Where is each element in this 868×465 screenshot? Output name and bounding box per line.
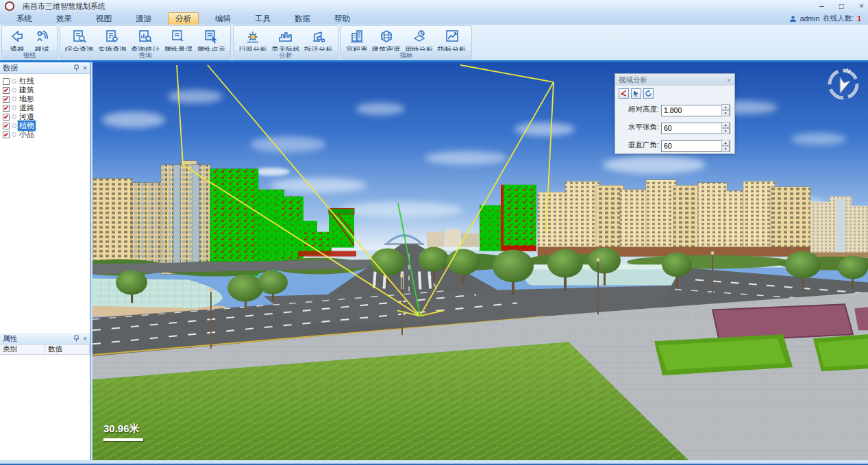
ribbon-group-label: 指标 <box>341 51 471 59</box>
menu-bar: 系统 效果 视图 漫游 分析 编辑 工具 数据 帮助 admin 在线人数: 1 <box>0 12 868 25</box>
layer-terrain[interactable]: ✔ 地形 <box>1 95 88 103</box>
buildings-right <box>538 180 810 257</box>
properties-panel-title: 属性 <box>3 334 18 344</box>
online-count: 1 <box>857 14 861 23</box>
draw-viewshed-button[interactable] <box>619 88 629 99</box>
menu-edit[interactable]: 编辑 <box>208 12 238 25</box>
relative-height-label: 相对高度: <box>617 105 659 114</box>
spin-down-icon: ▼ <box>721 128 730 134</box>
ribbon-group-sightline: 通视 视域 视线 <box>1 25 58 60</box>
ribbon-group-indicators: 容积率 建筑密度 用地分析 指标分析 指标 <box>340 25 472 60</box>
ribbon-group-query: 综合查询 专项查询 查询统计 属性悬浮 属性点示 查询 <box>60 25 231 60</box>
scale-label: 30.96米 <box>103 423 143 436</box>
ribbon-group-analysis: 日照分析 显天际线 拆迁分析 分析 <box>233 25 338 60</box>
menu-data[interactable]: 数据 <box>287 12 318 25</box>
column-category: 类别 <box>0 344 45 354</box>
checkbox-plants[interactable]: ✔ <box>3 123 10 129</box>
radio-redline[interactable] <box>12 79 16 84</box>
scale-indicator: 30.96米 <box>103 423 143 441</box>
radio-plants[interactable] <box>12 123 16 128</box>
online-label: 在线人数: <box>823 14 854 23</box>
relative-height-spinner[interactable]: ▲ ▼ <box>721 104 730 114</box>
radio-buildings[interactable] <box>12 88 16 92</box>
query-list-icon <box>105 28 120 45</box>
viewshed-analysis-dialog[interactable]: 视域分析 × 相对高度: ▲ <box>615 73 735 154</box>
status-bar <box>0 460 868 465</box>
dialog-title-bar[interactable]: 视域分析 × <box>615 74 734 86</box>
layer-rivers[interactable]: ✔ 河道 <box>1 112 88 121</box>
ribbon-group-label: 视线 <box>2 51 57 59</box>
checkbox-roads[interactable]: ✔ <box>3 105 10 112</box>
sun-icon <box>245 28 260 45</box>
menu-roam[interactable]: 漫游 <box>128 12 159 25</box>
landuse-icon <box>412 28 427 45</box>
close-button[interactable]: × <box>859 1 864 11</box>
density-grid-icon <box>379 28 394 45</box>
menu-tools[interactable]: 工具 <box>247 12 278 25</box>
intervisibility-icon <box>10 28 25 45</box>
vertical-angle-label: 垂直广角: <box>617 140 659 150</box>
minimize-button[interactable]: – <box>819 1 824 11</box>
checkbox-terrain[interactable]: ✔ <box>3 96 10 103</box>
layer-ornaments[interactable]: ✔ 小品 <box>1 130 88 139</box>
ribbon-group-label: 查询 <box>60 51 230 59</box>
spin-up-icon: ▲ <box>721 122 730 128</box>
menu-view[interactable]: 视图 <box>88 12 119 25</box>
layer-buildings[interactable]: ✔ 建筑 <box>1 86 88 95</box>
user-icon <box>789 15 797 23</box>
compass-arrow <box>835 77 851 95</box>
cursor-icon <box>632 90 640 97</box>
attribute-hover-icon <box>171 28 186 45</box>
checkbox-rivers[interactable]: ✔ <box>3 114 10 121</box>
horizontal-angle-input[interactable] <box>661 123 730 134</box>
spin-up-icon: ▲ <box>721 104 730 110</box>
ribbon-group-label: 分析 <box>234 51 338 59</box>
horizontal-angle-label: 水平张角: <box>617 123 659 132</box>
viewport-3d[interactable]: N 30.96米 视域分析 × <box>92 62 868 460</box>
crane-icon <box>311 28 326 45</box>
radio-roads[interactable] <box>12 105 16 110</box>
layer-plants[interactable]: ✔ 植物 <box>1 121 88 130</box>
radio-terrain[interactable] <box>12 97 16 101</box>
title-bar: 南昌市三维智慧规划系统 – □ × <box>0 0 868 12</box>
vertical-angle-input[interactable] <box>661 140 730 152</box>
menu-analysis[interactable]: 分析 <box>168 12 199 25</box>
panel-close-icon[interactable]: × <box>83 335 87 342</box>
data-panel: 数据 × 红线 ✔ 建筑 ✔ 地形 <box>0 62 90 333</box>
spin-down-icon: ▼ <box>721 110 730 116</box>
checkbox-redline[interactable] <box>3 78 10 85</box>
menu-system[interactable]: 系统 <box>9 12 40 25</box>
vertical-angle-spinner[interactable]: ▲ ▼ <box>721 140 730 150</box>
properties-panel: 属性 × 类别 数值 <box>0 333 90 460</box>
ribbon-toolbar: 通视 视域 视线 综合查询 专项查询 查询统计 属性悬浮 <box>0 25 868 60</box>
pick-point-button[interactable] <box>631 88 641 99</box>
skyline-icon <box>278 28 293 45</box>
maximize-button[interactable]: □ <box>839 1 844 11</box>
username: admin <box>800 14 820 23</box>
pin-icon[interactable] <box>73 64 79 71</box>
attribute-pick-icon <box>203 28 219 45</box>
pin-icon[interactable] <box>73 335 79 342</box>
refresh-button[interactable] <box>643 88 654 99</box>
data-panel-title: 数据 <box>3 63 18 73</box>
scale-bar <box>103 438 143 441</box>
scene-3d <box>92 62 868 460</box>
spin-up-icon: ▲ <box>721 140 730 146</box>
layer-redline[interactable]: 红线 <box>1 77 88 86</box>
compass[interactable]: N <box>824 65 863 103</box>
dialog-close-icon[interactable]: × <box>727 76 731 84</box>
menu-help[interactable]: 帮助 <box>327 12 358 25</box>
radio-ornaments[interactable] <box>12 132 16 137</box>
window-title: 南昌市三维智慧规划系统 <box>23 1 106 12</box>
water-channel <box>92 278 223 310</box>
horizontal-angle-spinner[interactable]: ▲ ▼ <box>721 122 730 132</box>
left-sidebar: 数据 × 红线 ✔ 建筑 ✔ 地形 <box>0 62 91 460</box>
checkbox-buildings[interactable]: ✔ <box>3 87 10 94</box>
panel-close-icon[interactable]: × <box>83 64 87 72</box>
checkbox-ornaments[interactable]: ✔ <box>3 131 10 138</box>
chart-icon <box>445 28 460 45</box>
radio-rivers[interactable] <box>12 114 16 119</box>
layer-roads[interactable]: ✔ 道路 <box>1 103 88 112</box>
relative-height-input[interactable] <box>661 105 730 116</box>
menu-effects[interactable]: 效果 <box>49 12 79 25</box>
